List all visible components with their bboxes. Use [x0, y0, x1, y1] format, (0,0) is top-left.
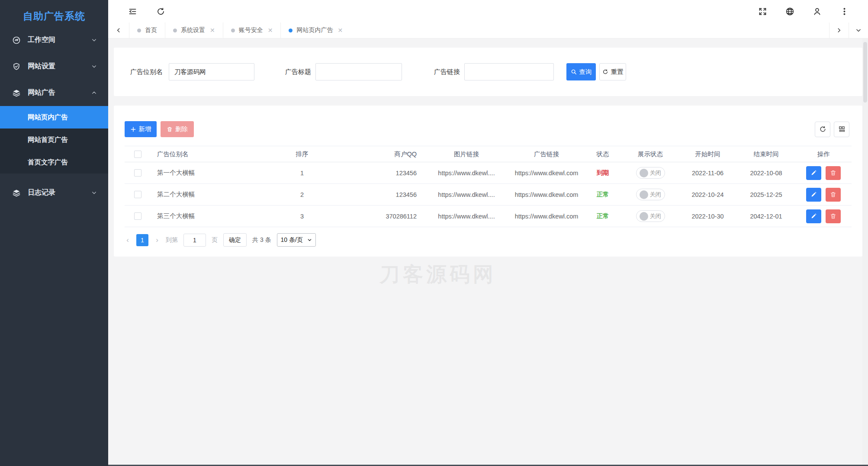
goto-suffix-label: 页	[212, 236, 218, 244]
ad-title-input[interactable]	[315, 63, 402, 80]
ad-link-input[interactable]	[464, 63, 554, 80]
toggle-knob	[640, 190, 648, 199]
toggle-label: 关闭	[650, 191, 661, 199]
tabs-scroll-left-button[interactable]	[108, 22, 129, 38]
tabs-menu-button[interactable]	[849, 22, 868, 38]
sidebar-item-page-ads[interactable]: 网站页内广告	[0, 106, 108, 129]
cell-start-time: 2022-11-06	[678, 162, 737, 184]
menu-fold-icon[interactable]	[128, 7, 137, 16]
cell-ad-link: https://www.dkewl.com	[510, 162, 583, 184]
chevron-right-icon	[836, 27, 842, 33]
cell-order: 2	[263, 184, 341, 206]
tab-close-icon[interactable]: ✕	[338, 27, 343, 34]
refresh-icon[interactable]	[156, 7, 165, 16]
goto-page-input[interactable]	[183, 234, 206, 247]
vertical-scrollbar[interactable]	[862, 39, 868, 466]
sidebar-item-home-text-ads[interactable]: 首页文字广告	[0, 151, 108, 174]
status-badge: 正常	[597, 191, 609, 198]
col-header-actions: 操作	[795, 146, 852, 162]
edit-button[interactable]	[806, 166, 821, 180]
table-panel: 新增 删除	[114, 106, 862, 257]
delete-button[interactable]: 删除	[161, 121, 194, 137]
edit-button[interactable]	[806, 209, 821, 223]
globe-icon[interactable]	[785, 7, 794, 16]
column-settings-button[interactable]	[834, 122, 849, 137]
add-button[interactable]: 新增	[125, 121, 157, 137]
cell-end-time: 2042-12-01	[737, 206, 795, 227]
trash-icon	[830, 191, 836, 198]
layers-icon	[12, 89, 21, 97]
next-page-button[interactable]: ›	[154, 236, 160, 244]
col-header-alias: 广告位别名	[151, 146, 263, 162]
pagination: ‹ 1 › 到第 页 确定 共 3 条 10 条/页	[125, 233, 852, 247]
cell-order: 1	[263, 162, 341, 184]
tab-dot	[137, 29, 141, 32]
search-icon	[571, 69, 577, 75]
cell-image-link: https://www.dkewl....	[423, 206, 510, 227]
tab-system-settings[interactable]: 系统设置 ✕	[165, 22, 223, 38]
sidebar-item-home-ads[interactable]: 网站首页广告	[0, 129, 108, 151]
reset-icon	[602, 69, 608, 75]
tab-dot	[289, 29, 293, 32]
table-row: 第二个大横幅 2 123456 https://www.dkewl.... ht…	[125, 184, 852, 206]
tab-close-icon[interactable]: ✕	[210, 27, 215, 34]
table-row: 第三个大横幅 3 370286112 https://www.dkewl....…	[125, 206, 852, 227]
cell-start-time: 2022-10-30	[678, 206, 737, 227]
tab-dot	[173, 29, 177, 32]
row-checkbox[interactable]	[134, 191, 141, 198]
sidebar-item-workspace[interactable]: 工作空间	[0, 27, 108, 53]
col-header-image-link: 图片链接	[423, 146, 510, 162]
tab-label: 网站页内广告	[296, 26, 333, 34]
page-size-select[interactable]: 10 条/页	[277, 233, 316, 247]
dashboard-icon	[12, 36, 21, 45]
alias-input[interactable]	[169, 63, 254, 80]
display-toggle[interactable]: 关闭	[636, 167, 665, 179]
query-button[interactable]: 查询	[566, 63, 596, 80]
chevron-down-icon	[91, 37, 97, 43]
tab-page-ads[interactable]: 网站页内广告 ✕	[280, 22, 350, 38]
row-checkbox[interactable]	[134, 212, 141, 220]
row-delete-button[interactable]	[826, 188, 841, 202]
sidebar-item-site-settings[interactable]: 网站设置	[0, 53, 108, 80]
fullscreen-icon[interactable]	[758, 7, 767, 16]
tab-close-icon[interactable]: ✕	[268, 27, 273, 34]
tab-label: 系统设置	[181, 26, 205, 34]
select-all-checkbox[interactable]	[134, 151, 141, 158]
more-vertical-icon[interactable]	[840, 7, 849, 16]
cell-image-link: https://www.dkewl....	[423, 162, 510, 184]
prev-page-button[interactable]: ‹	[125, 236, 131, 244]
trash-icon	[167, 126, 173, 132]
row-checkbox[interactable]	[134, 169, 141, 177]
edit-button[interactable]	[806, 188, 821, 202]
sidebar-item-label: 网站广告	[28, 88, 55, 97]
page-number-button[interactable]: 1	[136, 234, 148, 246]
toggle-knob	[640, 212, 648, 221]
scrollbar-thumb[interactable]	[863, 42, 867, 103]
ads-table: 广告位别名 排序 商户QQ 图片链接 广告链接 状态 展示状态 开始时间 结束时…	[125, 146, 852, 227]
display-toggle[interactable]: 关闭	[636, 210, 665, 222]
toggle-label: 关闭	[650, 169, 661, 177]
user-icon[interactable]	[813, 7, 822, 16]
goto-prefix-label: 到第	[166, 236, 178, 244]
sidebar-item-site-ads[interactable]: 网站广告	[0, 80, 108, 106]
table-refresh-button[interactable]	[815, 122, 830, 137]
pencil-icon	[810, 170, 817, 176]
cell-ad-link: https://www.dkewl.com	[510, 206, 583, 227]
cell-ad-link: https://www.dkewl.com	[510, 184, 583, 206]
tabs-scroll-right-button[interactable]	[829, 22, 849, 38]
row-delete-button[interactable]	[826, 209, 841, 223]
display-toggle[interactable]: 关闭	[636, 189, 665, 200]
trash-icon	[830, 213, 836, 219]
tab-home[interactable]: 首页	[129, 22, 165, 38]
tab-account-security[interactable]: 账号安全 ✕	[223, 22, 281, 38]
sidebar-item-logs[interactable]: 日志记录	[0, 180, 108, 206]
app-title: 自助广告系统	[0, 0, 108, 27]
row-delete-button[interactable]	[826, 166, 841, 180]
status-badge: 到期	[597, 169, 609, 176]
goto-confirm-button[interactable]: 确定	[223, 233, 247, 247]
search-panel: 广告位别名 广告标题 广告链接 查询 重置	[114, 48, 862, 96]
main-area: 首页 系统设置 ✕ 账号安全 ✕ 网站页内广告 ✕	[108, 0, 868, 466]
field-label-alias: 广告位别名	[130, 68, 163, 76]
reset-button[interactable]: 重置	[599, 63, 626, 80]
trash-icon	[830, 170, 836, 176]
